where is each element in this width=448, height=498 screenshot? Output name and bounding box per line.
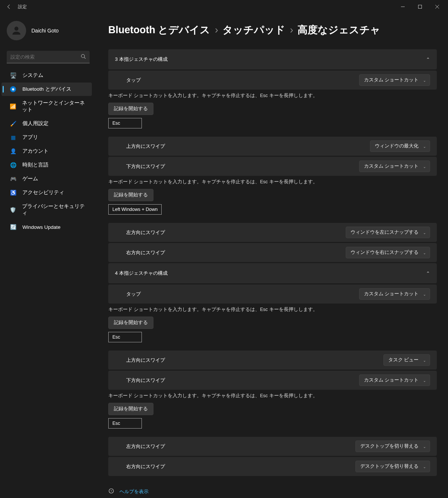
dropdown-3finger-left[interactable]: ウィンドウを左にスナップする⌄ (346, 227, 430, 238)
wifi-icon: 📶 (10, 103, 16, 110)
sidebar-item-label: プライバシーとセキュリティ (22, 203, 88, 217)
back-button[interactable] (2, 0, 16, 13)
titlebar: 設定 (0, 0, 448, 13)
sidebar-item-label: アプリ (22, 134, 38, 141)
dropdown-3finger-tap[interactable]: カスタム ショートカット⌄ (359, 74, 430, 86)
svg-rect-1 (419, 5, 422, 9)
sidebar-item-time[interactable]: 🌐時刻と言語 (1, 158, 92, 172)
row-label: 上方向にスワイプ (126, 143, 370, 150)
update-icon: 🔄 (10, 224, 16, 230)
sidebar-item-personalize[interactable]: 🖌️個人用設定 (1, 117, 92, 130)
avatar (7, 21, 26, 40)
dropdown-4finger-right[interactable]: デスクトップを切り替える⌄ (355, 461, 430, 472)
sidebar-item-account[interactable]: 👤アカウント (1, 144, 92, 158)
dropdown-4finger-tap[interactable]: カスタム ショートカット⌄ (359, 288, 430, 300)
chevron-right-icon: › (215, 24, 218, 36)
recorded-shortcut[interactable]: Left Windows + Down (108, 204, 162, 215)
chevron-down-icon: ⌄ (423, 378, 426, 382)
sidebar-item-update[interactable]: 🔄Windows Update (1, 220, 92, 234)
svg-point-5 (81, 54, 85, 57)
shortcut-hint: キーボード ショートカットを入力します。キャプチャを停止するは、Esc キーを長… (108, 93, 437, 99)
recorded-shortcut[interactable]: Esc (108, 118, 142, 128)
shortcut-hint: キーボード ショートカットを入力します。キャプチャを停止するは、Esc キーを長… (108, 306, 437, 313)
row-3finger-tap: タップ カスタム ショートカット⌄ (108, 71, 437, 90)
chevron-down-icon: ⌄ (423, 78, 426, 82)
sidebar-item-accessibility[interactable]: ♿アクセシビリティ (1, 186, 92, 199)
chevron-up-icon: ⌃ (426, 57, 430, 62)
recorded-shortcut[interactable]: Esc (108, 418, 142, 429)
sidebar-item-apps[interactable]: ▦アプリ (1, 131, 92, 144)
recorded-shortcut[interactable]: Esc (108, 332, 142, 342)
apps-icon: ▦ (10, 134, 16, 141)
help-label: ヘルプを表示 (119, 488, 149, 495)
row-4finger-tap: タップ カスタム ショートカット⌄ (108, 284, 437, 304)
chevron-down-icon: ⌄ (423, 292, 426, 296)
group-4finger-header[interactable]: 4 本指ジェスチャの構成 ⌃ (108, 263, 437, 283)
dropdown-3finger-right[interactable]: ウィンドウを右にスナップする⌄ (346, 247, 430, 258)
sidebar-item-games[interactable]: 🎮ゲーム (1, 172, 92, 186)
sidebar-item-label: 時刻と言語 (22, 162, 49, 168)
help-link[interactable]: ? ヘルプを表示 (108, 486, 437, 497)
record-button[interactable]: 記録を開始する (108, 189, 153, 201)
sidebar-item-label: ゲーム (22, 175, 38, 182)
search-input[interactable] (7, 51, 90, 63)
group-3finger-header[interactable]: 3 本指ジェスチャの構成 ⌃ (108, 49, 437, 69)
sidebar-item-system[interactable]: 🖥️システム (1, 69, 92, 82)
row-label: 右方向にスワイプ (126, 463, 355, 470)
sidebar-item-label: Windows Update (22, 224, 60, 230)
breadcrumb-level-2[interactable]: タッチパッド (223, 23, 285, 37)
chevron-down-icon: ⌄ (423, 358, 426, 362)
svg-text:?: ? (111, 489, 112, 493)
search-field[interactable] (10, 54, 81, 60)
sidebar-item-network[interactable]: 📶ネットワークとインターネット (1, 96, 92, 116)
help-icon: ? (108, 488, 114, 495)
chevron-down-icon: ⌄ (423, 464, 426, 469)
chevron-right-icon: › (290, 24, 293, 36)
search-icon (81, 54, 86, 60)
shortcut-hint: キーボード ショートカットを入力します。キャプチャを停止するは、Esc キーを長… (108, 393, 437, 399)
close-button[interactable] (429, 0, 446, 13)
shield-icon: 🛡️ (10, 206, 16, 213)
dropdown-4finger-up[interactable]: タスク ビュー⌄ (383, 354, 430, 366)
chevron-down-icon: ⌄ (423, 230, 426, 234)
shortcut-hint: キーボード ショートカットを入力します。キャプチャを停止するは、Esc キーを長… (108, 179, 437, 185)
user-block[interactable]: Daichi Goto (0, 17, 93, 44)
bluetooth-icon: ✱ (10, 86, 16, 93)
brush-icon: 🖌️ (10, 120, 16, 127)
row-label: 右方向にスワイプ (126, 249, 346, 256)
svg-line-6 (84, 57, 86, 59)
record-button[interactable]: 記録を開始する (108, 317, 153, 329)
breadcrumb-level-3: 高度なジェスチャ (298, 23, 380, 37)
row-label: タップ (126, 291, 359, 298)
chevron-down-icon: ⌄ (423, 444, 426, 448)
row-label: 左方向にスワイプ (126, 229, 346, 236)
display-icon: 🖥️ (10, 72, 16, 79)
row-4finger-left: 左方向にスワイプ デスクトップを切り替える⌄ (108, 437, 437, 456)
dropdown-3finger-down[interactable]: カスタム ショートカット⌄ (359, 161, 430, 172)
chevron-down-icon: ⌄ (423, 144, 426, 148)
sidebar-item-label: ネットワークとインターネット (22, 100, 88, 113)
dropdown-4finger-down[interactable]: カスタム ショートカット⌄ (359, 374, 430, 386)
row-label: 左方向にスワイプ (126, 443, 355, 450)
minimize-button[interactable] (394, 0, 411, 13)
row-label: 下方向にスワイプ (126, 163, 359, 170)
breadcrumb-level-1[interactable]: Bluetooth とデバイス (108, 23, 210, 37)
breadcrumb: Bluetooth とデバイス › タッチパッド › 高度なジェスチャ (108, 23, 437, 37)
row-3finger-left: 左方向にスワイプ ウィンドウを左にスナップする⌄ (108, 223, 437, 242)
dropdown-3finger-up[interactable]: ウィンドウの最大化⌄ (370, 140, 430, 152)
chevron-down-icon: ⌄ (423, 250, 426, 255)
row-4finger-down: 下方向にスワイプ カスタム ショートカット⌄ (108, 371, 437, 390)
svg-point-4 (15, 27, 19, 31)
row-4finger-up: 上方向にスワイプ タスク ビュー⌄ (108, 351, 437, 370)
maximize-button[interactable] (411, 0, 429, 13)
sidebar-item-label: アカウント (22, 148, 49, 155)
sidebar-item-privacy[interactable]: 🛡️プライバシーとセキュリティ (1, 200, 92, 220)
game-icon: 🎮 (10, 175, 16, 182)
record-button[interactable]: 記録を開始する (108, 403, 153, 415)
row-label: タップ (126, 77, 359, 84)
record-button[interactable]: 記録を開始する (108, 103, 153, 115)
dropdown-4finger-left[interactable]: デスクトップを切り替える⌄ (355, 441, 430, 452)
window-title: 設定 (18, 4, 27, 10)
row-label: 上方向にスワイプ (126, 357, 383, 364)
sidebar-item-bluetooth[interactable]: ✱Bluetooth とデバイス (1, 83, 92, 96)
